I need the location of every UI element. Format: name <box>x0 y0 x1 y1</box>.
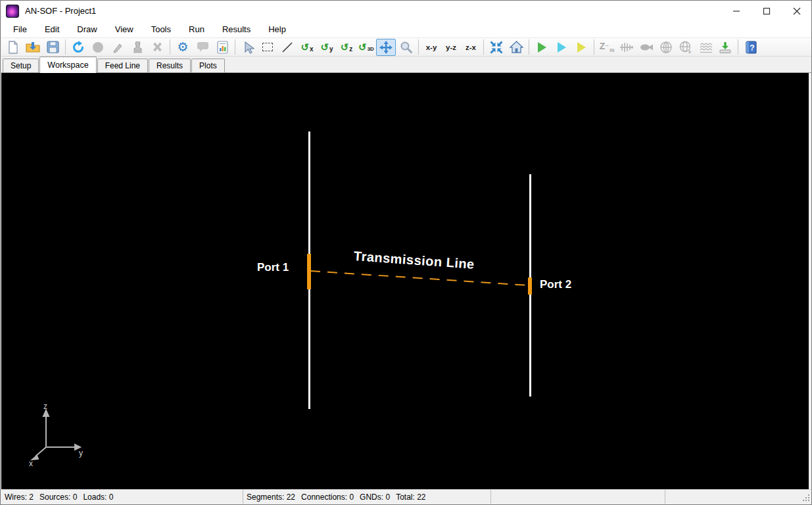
globe-grid-2-icon: z <box>679 41 692 54</box>
maximize-icon <box>763 7 771 15</box>
stop-button[interactable] <box>88 39 108 56</box>
menu-help[interactable]: Help <box>262 22 293 37</box>
notes-button[interactable] <box>193 39 212 56</box>
window-controls <box>721 1 812 21</box>
open-project-button[interactable] <box>23 39 43 56</box>
selection-box-button[interactable] <box>258 39 277 56</box>
app-window: AN-SOF - Project1 File Edit Draw View To… <box>0 0 812 505</box>
rotate-arrow-icon: ↺ <box>358 42 367 52</box>
menu-file[interactable]: File <box>7 22 34 37</box>
menu-tools[interactable]: Tools <box>145 22 178 37</box>
save-project-button[interactable] <box>43 39 62 56</box>
fit-arrows-icon <box>490 41 503 54</box>
view-yz-button[interactable]: y-z <box>441 39 461 56</box>
menu-view[interactable]: View <box>108 22 140 37</box>
status-total: Total: 22 <box>396 493 425 502</box>
current-distribution-button[interactable] <box>617 39 636 56</box>
export-results-button[interactable] <box>715 39 735 56</box>
transmission-line[interactable] <box>1 73 809 491</box>
radiation-lobe-icon <box>639 43 654 52</box>
port-2-marker[interactable] <box>528 277 532 295</box>
status-segments: Segments: 22 <box>247 493 295 502</box>
tab-bar: Setup Workspace Feed Line Results Plots <box>1 57 812 73</box>
status-connections: Connections: 0 <box>301 493 354 502</box>
port-1-label: Port 1 <box>257 261 289 274</box>
minimize-icon <box>732 7 740 15</box>
new-project-button[interactable] <box>3 39 23 56</box>
toolbar-separator <box>170 39 170 55</box>
menu-edit[interactable]: Edit <box>38 22 66 37</box>
status-empty-panel <box>491 490 665 504</box>
view-yz-label: y-z <box>446 43 456 51</box>
view-xy-button[interactable]: x-y <box>421 39 441 56</box>
rotate-3d-button[interactable]: ↺3D <box>356 39 376 56</box>
selection-box-icon <box>262 43 273 51</box>
zoom-fit-button[interactable] <box>487 39 506 56</box>
rotate-arrow-icon: ↺ <box>320 42 329 52</box>
initial-view-button[interactable] <box>506 39 526 56</box>
run-far-field-icon <box>558 42 566 53</box>
status-segments-panel: Segments: 22 Connections: 0 GNDs: 0 Tota… <box>243 490 491 504</box>
axis-x-label: x <box>29 459 33 468</box>
pencil-icon <box>112 41 124 53</box>
modify-button[interactable] <box>128 39 147 56</box>
rotate-z-button[interactable]: ↺z <box>337 39 356 56</box>
radiation-lobes-button[interactable] <box>636 39 656 56</box>
summary-button[interactable] <box>212 39 232 56</box>
axis-z-label: z <box>43 402 47 411</box>
maximize-button[interactable] <box>752 1 782 21</box>
run-far-field-button[interactable] <box>552 39 571 56</box>
close-button[interactable] <box>782 1 812 21</box>
rotate-x-button[interactable]: ↺x <box>297 39 317 56</box>
tab-feed-line[interactable]: Feed Line <box>97 59 148 72</box>
port-1-marker[interactable] <box>307 254 311 289</box>
toolbar: ⚙ ↺x ↺y ↺z ↺3D x-y y-z z-x Z→IN z <box>1 38 812 57</box>
menu-draw[interactable]: Draw <box>70 22 103 37</box>
minimize-button[interactable] <box>721 1 752 21</box>
window-title: AN-SOF - Project1 <box>25 6 96 16</box>
menu-bar: File Edit Draw View Tools Run Results He… <box>1 21 812 38</box>
move-view-button[interactable] <box>376 39 396 56</box>
draw-line-button[interactable] <box>277 39 297 56</box>
toolbar-separator <box>235 39 235 55</box>
menu-run[interactable]: Run <box>182 22 211 37</box>
view-zx-button[interactable]: z-x <box>461 39 481 56</box>
rotate-y-button[interactable]: ↺y <box>317 39 337 56</box>
workspace-canvas[interactable]: Port 1 Port 2 Transmission Line z y x <box>1 73 809 491</box>
run-near-field-button[interactable] <box>571 39 591 56</box>
delete-button[interactable] <box>147 39 167 56</box>
tab-results[interactable]: Results <box>149 59 191 72</box>
edit-button[interactable] <box>108 39 128 56</box>
status-loads: Loads: 0 <box>83 493 113 502</box>
menu-results[interactable]: Results <box>216 22 257 37</box>
resize-grip[interactable] <box>802 494 811 502</box>
rotate-3d-label: 3D <box>368 46 374 52</box>
toolbar-separator <box>529 39 529 55</box>
delete-x-icon <box>152 41 163 53</box>
view-xy-label: x-y <box>426 43 437 51</box>
toolbar-separator <box>418 39 419 55</box>
run-currents-icon <box>538 42 546 53</box>
select-pointer-button[interactable] <box>238 39 258 56</box>
tab-plots[interactable]: Plots <box>191 59 225 72</box>
redraw-button[interactable] <box>68 39 88 56</box>
tab-setup[interactable]: Setup <box>3 59 39 72</box>
stop-circle-icon <box>92 41 104 53</box>
spectrum-plot-button[interactable] <box>696 39 715 56</box>
input-impedance-button[interactable]: Z→IN <box>597 39 617 56</box>
home-icon <box>510 41 523 53</box>
status-sources: Sources: 0 <box>39 493 77 502</box>
run-currents-button[interactable] <box>532 39 552 56</box>
preferences-button[interactable]: ⚙ <box>173 39 193 56</box>
close-icon <box>793 7 801 15</box>
near-field-3d-button[interactable]: z <box>676 39 696 56</box>
far-field-3d-button[interactable] <box>656 39 676 56</box>
toolbar-separator <box>594 39 594 55</box>
help-button[interactable]: ? <box>741 39 761 56</box>
stamp-icon <box>131 41 143 53</box>
rotate-arrow-icon: ↺ <box>341 42 349 52</box>
app-logo-icon[interactable] <box>6 5 19 18</box>
tab-workspace[interactable]: Workspace <box>39 57 96 73</box>
zoom-button[interactable] <box>396 39 416 56</box>
toolbar-separator <box>483 39 484 55</box>
